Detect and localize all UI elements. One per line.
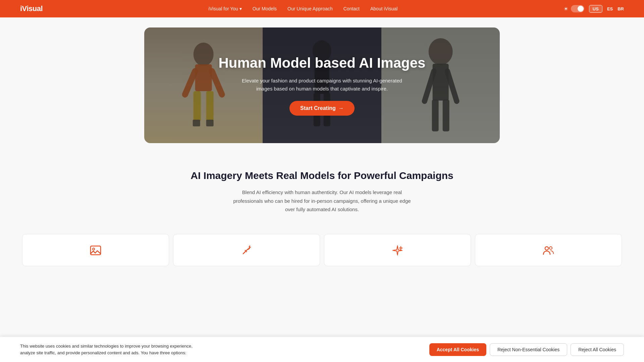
nav-ivisual-for-you[interactable]: iVisual for You ▾ [208, 6, 241, 11]
nav-contact[interactable]: Contact [343, 6, 360, 11]
lang-es-button[interactable]: ES [607, 6, 613, 11]
ai-section-description: Blend AI efficiency with human authentic… [228, 188, 416, 214]
feature-card-4 [475, 234, 622, 266]
ai-section: AI Imagery Meets Real Models for Powerfu… [0, 153, 644, 224]
feature-card-3 [324, 234, 471, 266]
reject-non-essential-button[interactable]: Reject Non-Essential Cookies [490, 343, 567, 356]
dark-mode-toggle[interactable] [571, 5, 584, 12]
magic-wand-icon [240, 244, 253, 259]
svg-line-24 [250, 246, 250, 247]
svg-point-19 [93, 248, 95, 250]
svg-point-25 [246, 251, 247, 252]
hero-content: Human Model based AI Images Elevate your… [212, 48, 432, 122]
nav-links: iVisual for You ▾ Our Models Our Unique … [208, 6, 397, 11]
svg-point-28 [549, 247, 552, 249]
cookie-text: This website uses cookies and similar te… [20, 343, 195, 356]
sun-icon: ☀ [564, 6, 568, 12]
sparkle-icon [391, 244, 404, 259]
nav-right: ☀ US ES BR [564, 5, 624, 13]
navbar: iVisual iVisual for You ▾ Our Models Our… [0, 0, 644, 17]
svg-line-23 [250, 247, 251, 248]
chevron-down-icon: ▾ [239, 6, 242, 11]
svg-point-27 [545, 247, 548, 250]
accept-all-cookies-button[interactable]: Accept All Cookies [429, 343, 486, 356]
hero-subtitle: Elevate your fashion and product campaig… [238, 77, 406, 93]
reject-all-cookies-button[interactable]: Reject All Cookies [571, 343, 624, 356]
people-icon [542, 244, 554, 259]
feature-card-2 [173, 234, 320, 266]
feature-card-1 [22, 234, 169, 266]
start-creating-button[interactable]: Start Creating → [289, 101, 355, 116]
nav-our-models[interactable]: Our Models [253, 6, 277, 11]
lang-br-button[interactable]: BR [618, 6, 624, 11]
svg-marker-21 [248, 248, 250, 250]
hero-title: Human Model based AI Images [219, 55, 426, 71]
svg-line-20 [243, 249, 248, 254]
nav-unique-approach[interactable]: Our Unique Approach [287, 6, 333, 11]
svg-rect-18 [91, 246, 101, 255]
image-icon [90, 244, 102, 259]
theme-toggle: ☀ [564, 5, 584, 12]
svg-point-26 [245, 250, 246, 251]
logo: iVisual [20, 4, 43, 13]
arrow-icon: → [338, 105, 344, 111]
lang-us-button[interactable]: US [589, 5, 602, 13]
cookie-buttons: Accept All Cookies Reject Non-Essential … [429, 343, 624, 356]
nav-about[interactable]: About iVisual [370, 6, 397, 11]
cookie-banner: This website uses cookies and similar te… [0, 337, 644, 362]
feature-cards [0, 224, 644, 266]
hero-section: Human Model based AI Images Elevate your… [144, 27, 500, 143]
ai-section-title: AI Imagery Meets Real Models for Powerfu… [20, 170, 624, 181]
